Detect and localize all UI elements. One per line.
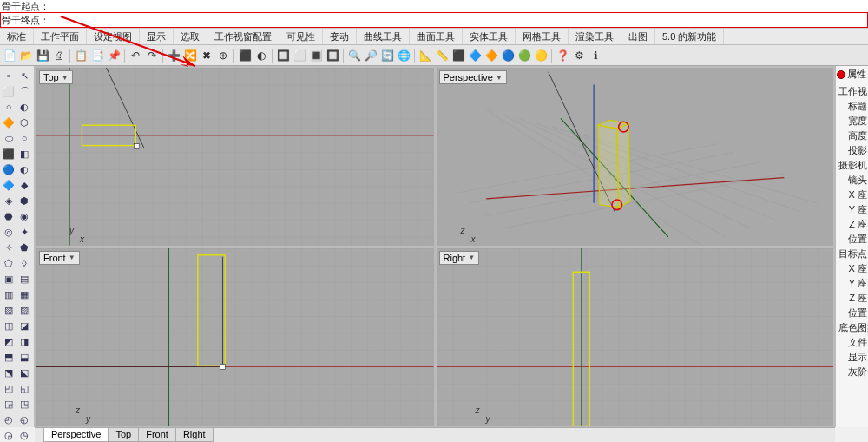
dropdown-icon[interactable]: ▼ [496, 74, 503, 82]
property-row-19[interactable]: 灰阶 [837, 365, 867, 379]
viewport-title-top[interactable]: Top ▼ [39, 70, 73, 84]
tool-button-26[interactable]: ▣ [1, 271, 16, 287]
toolbar-button-34[interactable]: 🔶 [483, 48, 499, 63]
toolbar-button-2[interactable]: 💾 [35, 48, 50, 63]
property-row-10[interactable]: 位置 [837, 232, 867, 247]
tool-button-27[interactable]: ▤ [16, 271, 32, 287]
tool-button-6[interactable]: 🔶 [1, 115, 16, 130]
property-row-6[interactable]: 镜头 [837, 173, 867, 188]
toolbar-button-27[interactable]: 🔄 [379, 48, 395, 63]
toolbar-button-6[interactable]: 📑 [89, 48, 105, 63]
tool-button-40[interactable]: ◰ [1, 380, 16, 396]
tool-button-43[interactable]: ◳ [16, 396, 32, 412]
tool-button-30[interactable]: ▧ [1, 302, 16, 318]
property-row-14[interactable]: Z 座 [837, 291, 867, 306]
property-row-16[interactable]: 底色图案 [837, 320, 867, 335]
menu-item-3[interactable]: 显示 [140, 29, 174, 44]
property-row-11[interactable]: 目标点 [837, 247, 867, 261]
menu-item-6[interactable]: 可见性 [279, 29, 323, 44]
menu-item-0[interactable]: 标准 [0, 29, 34, 44]
menu-item-7[interactable]: 变动 [323, 29, 357, 44]
tool-button-47[interactable]: ◷ [16, 427, 32, 442]
view-tab-top[interactable]: Top [108, 428, 139, 442]
tool-button-41[interactable]: ◱ [16, 380, 32, 396]
dropdown-icon[interactable]: ▼ [468, 254, 475, 261]
view-tab-perspective[interactable]: Perspective [43, 428, 108, 442]
toolbar-button-18[interactable]: ◐ [253, 48, 269, 63]
tool-button-4[interactable]: ○ [1, 99, 16, 115]
tool-button-29[interactable]: ▦ [16, 287, 32, 302]
toolbar-button-1[interactable]: 📂 [18, 48, 34, 63]
tool-button-32[interactable]: ◫ [1, 318, 16, 333]
toolbar-button-31[interactable]: 📏 [434, 48, 450, 63]
tool-button-25[interactable]: ◊ [16, 255, 32, 271]
tool-button-46[interactable]: ◶ [1, 427, 16, 442]
tool-button-28[interactable]: ▥ [1, 287, 16, 302]
tool-button-16[interactable]: ◈ [1, 193, 16, 208]
toolbar-button-33[interactable]: 🔷 [467, 48, 483, 63]
view-tab-front[interactable]: Front [138, 428, 176, 442]
tool-button-8[interactable]: ⬭ [1, 130, 16, 146]
tool-button-37[interactable]: ⬓ [16, 349, 32, 365]
property-row-8[interactable]: Y 座 [837, 202, 867, 217]
property-row-15[interactable]: 位置 [837, 306, 867, 320]
menu-item-10[interactable]: 实体工具 [463, 29, 516, 44]
tool-button-11[interactable]: ◧ [16, 146, 32, 162]
menu-item-4[interactable]: 选取 [174, 29, 207, 44]
tool-button-33[interactable]: ◪ [16, 318, 32, 333]
toolbar-button-12[interactable]: ➕ [166, 48, 181, 63]
menu-item-9[interactable]: 曲面工具 [410, 29, 463, 44]
tool-button-23[interactable]: ⬟ [16, 240, 32, 255]
toolbar-button-9[interactable]: ↶ [128, 48, 143, 63]
dropdown-icon[interactable]: ▼ [69, 254, 76, 261]
tool-button-20[interactable]: ◎ [1, 224, 16, 240]
property-row-17[interactable]: 文件 [837, 335, 867, 350]
property-row-12[interactable]: X 座 [837, 261, 867, 276]
toolbar-button-21[interactable]: ⬜ [292, 48, 307, 63]
tool-button-18[interactable]: ⬣ [1, 208, 16, 224]
property-row-7[interactable]: X 座 [837, 188, 867, 202]
toolbar-button-32[interactable]: ⬛ [450, 48, 466, 63]
tool-button-5[interactable]: ◐ [16, 99, 32, 115]
tool-button-1[interactable]: ↖ [16, 68, 32, 83]
toolbar-button-23[interactable]: 🔲 [325, 48, 340, 63]
tool-button-15[interactable]: ◆ [16, 177, 32, 193]
toolbar-button-14[interactable]: ✖ [199, 48, 214, 63]
toolbar-button-10[interactable]: ↷ [144, 48, 160, 63]
tool-button-17[interactable]: ⬢ [16, 193, 32, 208]
toolbar-button-36[interactable]: 🟢 [516, 48, 532, 63]
tool-button-9[interactable]: ○ [16, 130, 32, 146]
tool-button-34[interactable]: ◩ [1, 333, 16, 349]
tool-button-38[interactable]: ⬔ [1, 365, 16, 380]
toolbar-button-39[interactable]: ❓ [555, 48, 570, 63]
toolbar-button-22[interactable]: 🔳 [308, 48, 324, 63]
dropdown-icon[interactable]: ▼ [62, 74, 69, 82]
tool-button-31[interactable]: ▨ [16, 302, 32, 318]
toolbar-button-15[interactable]: ⊕ [215, 48, 231, 63]
tool-button-13[interactable]: ◐ [16, 162, 32, 177]
toolbar-button-5[interactable]: 📋 [73, 48, 89, 63]
tool-button-45[interactable]: ◵ [16, 412, 32, 427]
menu-item-8[interactable]: 曲线工具 [357, 29, 410, 44]
viewport-perspective[interactable]: Perspective ▼ [437, 68, 834, 246]
viewport-title-front[interactable]: Front ▼ [39, 251, 80, 265]
cmd-input[interactable] [49, 14, 866, 26]
tool-button-44[interactable]: ◴ [1, 412, 16, 427]
tool-button-22[interactable]: ✧ [1, 240, 16, 255]
menu-item-12[interactable]: 渲染工具 [569, 29, 621, 44]
toolbar-button-26[interactable]: 🔎 [363, 48, 378, 63]
toolbar-button-40[interactable]: ⚙ [571, 48, 587, 63]
toolbar-button-35[interactable]: 🔵 [500, 48, 516, 63]
tool-button-24[interactable]: ⬠ [1, 255, 16, 271]
property-row-13[interactable]: Y 座 [837, 276, 867, 291]
toolbar-button-25[interactable]: 🔍 [346, 48, 362, 63]
menu-item-13[interactable]: 出图 [621, 29, 655, 44]
tool-button-3[interactable]: ⌒ [16, 83, 32, 99]
tool-button-36[interactable]: ⬒ [1, 349, 16, 365]
tool-button-39[interactable]: ⬕ [16, 365, 32, 380]
menu-item-2[interactable]: 设定视图 [87, 29, 140, 44]
property-row-18[interactable]: 显示 [837, 350, 867, 365]
tool-button-2[interactable]: ⬜ [1, 83, 16, 99]
toolbar-button-0[interactable]: 📄 [2, 48, 17, 63]
property-row-3[interactable]: 高度 [837, 129, 867, 143]
